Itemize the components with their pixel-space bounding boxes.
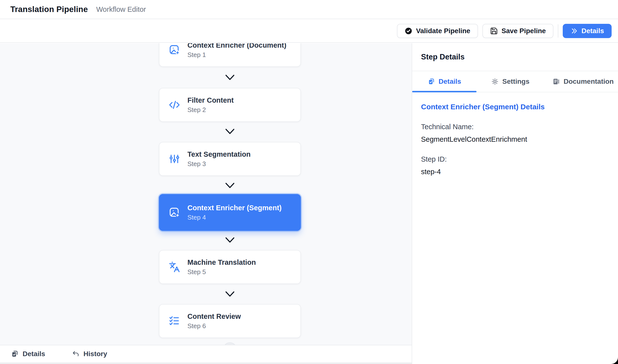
chevron-down-icon	[224, 128, 236, 135]
bottom-bar: Details History	[0, 345, 412, 363]
step-title: Text Segmentation	[187, 150, 251, 158]
step-title: Context Enricher (Segment)	[187, 204, 282, 212]
step-card-2[interactable]: Filter Content Step 2	[159, 88, 301, 122]
step-card-4-selected[interactable]: Context Enricher (Segment) Step 4	[159, 194, 301, 231]
page-title: Translation Pipeline	[10, 5, 88, 14]
languages-icon	[169, 261, 180, 273]
tab-details[interactable]: Details	[412, 71, 477, 92]
step-card-1[interactable]: Context Enricher (Document) Step 1	[159, 43, 301, 67]
validate-pipeline-button[interactable]: Validate Pipeline	[397, 24, 478, 38]
chevron-down-icon	[224, 236, 236, 244]
details-toggle-label: Details	[581, 27, 604, 35]
chevrons-right-icon	[570, 27, 578, 35]
image-sparkle-icon	[169, 44, 180, 56]
step-subtitle: Step 2	[187, 106, 234, 114]
technical-name-label: Technical Name:	[421, 123, 609, 131]
step-id-value: step-4	[421, 168, 609, 176]
toolbar: Validate Pipeline Save Pipeline Details	[0, 20, 618, 43]
save-icon	[490, 27, 498, 35]
toolbar-divider	[558, 24, 558, 38]
page-subtitle: Workflow Editor	[96, 5, 146, 14]
bottom-details-button[interactable]: Details	[11, 350, 45, 358]
tab-settings-label: Settings	[502, 78, 529, 85]
step-title: Content Review	[187, 312, 241, 321]
workflow-canvas[interactable]: Context Enricher (Document) Step 1 Filte…	[0, 43, 412, 345]
step-details-panel: Step Details Details	[412, 43, 618, 364]
chevron-down-icon	[224, 182, 236, 189]
bottom-history-button[interactable]: History	[72, 350, 107, 358]
step-subtitle: Step 1	[187, 51, 286, 59]
save-pipeline-label: Save Pipeline	[502, 27, 546, 35]
scroll-peek-circle	[223, 342, 237, 345]
bottom-details-label: Details	[23, 350, 45, 358]
step-title: Machine Translation	[187, 258, 256, 266]
gear-icon	[491, 78, 499, 85]
step-detail-title: Context Enricher (Segment) Details	[421, 103, 609, 111]
panel-tabs: Details Settings	[412, 71, 618, 92]
step-title: Context Enricher (Document)	[187, 43, 286, 49]
tab-details-label: Details	[439, 78, 461, 85]
sliders-vertical-icon	[169, 153, 180, 165]
step-title: Filter Content	[187, 96, 234, 104]
document-icon	[552, 78, 560, 85]
save-pipeline-button[interactable]: Save Pipeline	[482, 24, 554, 38]
clipboard-check-icon	[428, 78, 435, 85]
checklist-icon	[169, 315, 180, 327]
panel-header: Step Details	[412, 43, 618, 71]
panel-title: Step Details	[421, 53, 464, 61]
technical-name-value: SegmentLevelContextEnrichment	[421, 135, 609, 143]
step-subtitle: Step 3	[187, 160, 251, 168]
bottom-history-label: History	[84, 350, 107, 358]
check-circle-icon	[405, 27, 412, 35]
tab-documentation-label: Documentation	[563, 78, 614, 85]
tab-settings[interactable]: Settings	[489, 71, 532, 92]
undo-history-icon	[72, 350, 80, 358]
step-card-5[interactable]: Machine Translation Step 5	[159, 250, 301, 284]
step-card-6[interactable]: Content Review Step 6	[159, 304, 301, 338]
validate-pipeline-label: Validate Pipeline	[416, 27, 470, 35]
chevron-down-icon	[224, 74, 236, 81]
image-sparkle-icon	[169, 207, 180, 218]
bottom-strip	[0, 363, 412, 364]
app-header: Translation Pipeline Workflow Editor	[0, 0, 618, 19]
step-card-3[interactable]: Text Segmentation Step 3	[159, 142, 301, 176]
chevron-down-icon	[224, 290, 236, 298]
step-subtitle: Step 4	[187, 214, 282, 221]
step-id-label: Step ID:	[421, 155, 609, 163]
workflow-editor-window: Translation Pipeline Workflow Editor Val…	[0, 0, 618, 364]
details-toggle-button[interactable]: Details	[563, 24, 612, 38]
step-subtitle: Step 6	[187, 322, 241, 330]
code-icon	[169, 99, 180, 111]
panel-content: Context Enricher (Segment) Details Techn…	[412, 92, 618, 176]
step-subtitle: Step 5	[187, 268, 256, 276]
tab-documentation[interactable]: Documentation	[550, 71, 616, 92]
clipboard-check-icon	[11, 350, 19, 358]
